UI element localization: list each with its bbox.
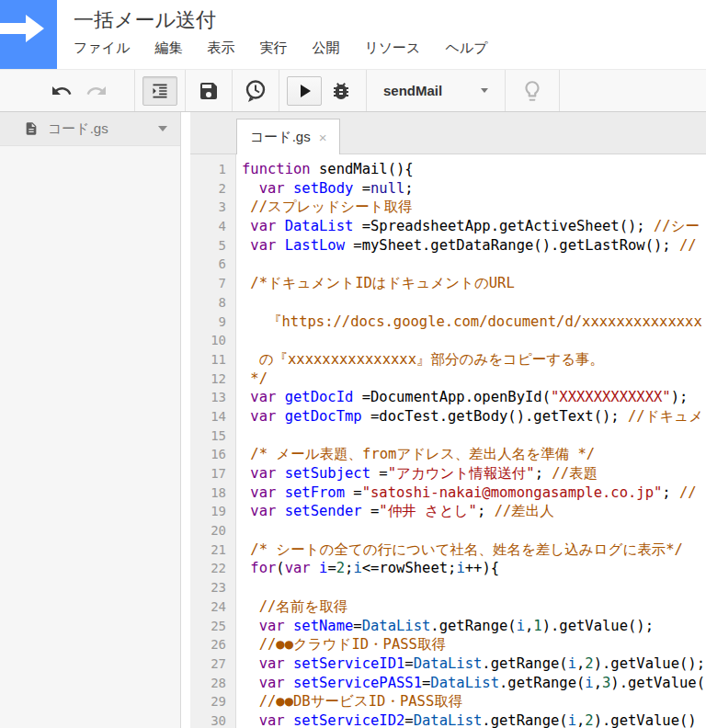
toolbar-separator [185,70,186,111]
line-number: 9 [190,313,226,332]
code-line: の『xxxxxxxxxxxxxxx』部分のみをコピーする事。 [242,350,706,370]
code-line: for(var i=2;i<=rowSheet;i++){ [242,559,706,578]
top-header: 一括メール送付 ファイル 編集 表示 実行 公開 リソース ヘルプ [0,0,706,69]
project-history-button[interactable] [240,77,271,105]
save-button[interactable] [195,77,222,105]
editor-panel: コード.gs × 1234567891011121314151617181920… [190,112,706,728]
line-number: 12 [190,370,226,389]
menu-publish[interactable]: 公開 [312,39,339,57]
code-line: var setFrom ="satoshi-nakai@momongasampl… [242,483,706,503]
code-line: var getDocTmp =docTest.getBody().getText… [242,407,706,427]
apps-script-logo [0,0,57,69]
line-number: 27 [190,654,226,674]
code-line [242,293,706,313]
line-number: 30 [190,711,226,728]
line-number: 7 [190,274,226,293]
code-line: var setSender ="仲井 さとし"; //差出人 [242,502,706,521]
panel-divider[interactable] [181,112,190,728]
tab-bar: コード.gs × [190,112,706,154]
line-number: 11 [190,350,226,370]
main-area: コード.gs コード.gs × 123456789101112131415161… [0,112,706,728]
file-document-icon [24,121,39,136]
code-line: var getDocId =DocumentApp.openById("XXXX… [242,388,706,407]
bug-icon [330,80,352,102]
play-icon [293,80,315,102]
code-line: //●●DBサービスID・PASS取得 [242,692,706,711]
help-suggestions-button[interactable] [518,77,546,105]
code-line: /* シートの全ての行について社名、姓名を差し込みログに表示*/ [242,540,706,560]
menubar: ファイル 編集 表示 実行 公開 リソース ヘルプ [0,33,706,57]
code-line: //●●クラウドID・PASS取得 [242,635,706,654]
run-button[interactable] [287,76,322,106]
menu-resources[interactable]: リソース [364,39,420,57]
chevron-down-icon [481,88,488,93]
toolbar-separator [134,70,135,111]
code-lines[interactable]: function sendMail(){ var setBody =null; … [236,154,706,728]
code-line: var setServicePASS1=DataList.getRange(i,… [242,674,706,693]
code-line: var setSubject ="アカウント情報送付"; //表題 [242,464,706,483]
code-line [242,578,706,597]
project-title[interactable]: 一括メール送付 [74,7,706,33]
lightbulb-icon [520,79,544,103]
redo-button[interactable] [83,77,110,105]
line-number: 16 [190,445,226,464]
line-number: 8 [190,293,226,313]
line-number: 4 [190,217,226,236]
chevron-down-icon[interactable] [158,126,167,131]
tab-close-icon[interactable]: × [319,130,327,145]
code-line: //名前を取得 [242,597,706,617]
function-selector-value: sendMail [383,83,442,98]
line-number: 14 [190,407,226,427]
code-line: //スプレッドシート取得 [242,198,706,217]
indent-icon [151,82,169,100]
save-icon [198,80,220,102]
line-number: 18 [190,483,226,503]
line-number: 3 [190,198,226,217]
line-numbers: 1234567891011121314151617181920212223242… [190,154,236,728]
undo-button[interactable] [48,77,75,105]
files-sidebar: コード.gs [0,112,181,728]
line-number: 23 [190,578,226,597]
debug-button[interactable] [325,77,357,105]
code-line [242,521,706,540]
redo-icon [85,80,108,102]
menu-edit[interactable]: 編集 [154,39,182,57]
code-line [242,427,706,446]
line-number: 19 [190,502,226,521]
code-line: var setBody =null; [242,179,706,199]
line-number: 10 [190,331,226,350]
code-line: var LastLow =mySheet.getDataRange().getL… [242,236,706,256]
code-line [242,255,706,274]
line-number: 24 [190,597,226,617]
menu-run[interactable]: 実行 [259,39,287,57]
history-clock-icon [243,78,268,104]
code-line: var setServiceID2=DataList.getRange(i,2)… [242,711,706,728]
undo-icon [51,80,73,102]
menu-help[interactable]: ヘルプ [445,39,487,57]
menu-view[interactable]: 表示 [207,39,234,57]
indentation-toggle-button[interactable] [142,76,177,106]
menu-file[interactable]: ファイル [74,39,130,57]
line-number: 17 [190,464,226,483]
toolbar-separator [232,70,233,111]
tab-code-gs[interactable]: コード.gs × [236,119,340,154]
code-editor[interactable]: 1234567891011121314151617181920212223242… [190,154,706,728]
line-number: 5 [190,236,226,256]
line-number: 21 [190,540,226,560]
code-line: var setName=DataList.getRange(i,1).getVa… [242,617,706,636]
line-number: 1 [190,160,226,179]
code-line: /*ドキュメントIDはドキュメントのURL [242,274,706,293]
line-number: 22 [190,559,226,578]
function-selector-dropdown[interactable]: sendMail [383,83,488,98]
line-number: 6 [190,255,226,274]
toolbar-separator [366,70,367,111]
code-line: */ [242,370,706,389]
toolbar-separator [559,70,560,111]
sidebar-file-code-gs[interactable]: コード.gs [0,112,180,146]
line-number: 13 [190,388,226,407]
toolbar-separator [505,70,506,111]
code-line: 『https://docs.google.com/document/d/xxxx… [242,313,706,332]
code-line: /* メール表題、fromアドレス、差出人名を準備 */ [242,445,706,464]
line-number: 28 [190,674,226,693]
line-number: 25 [190,617,226,636]
